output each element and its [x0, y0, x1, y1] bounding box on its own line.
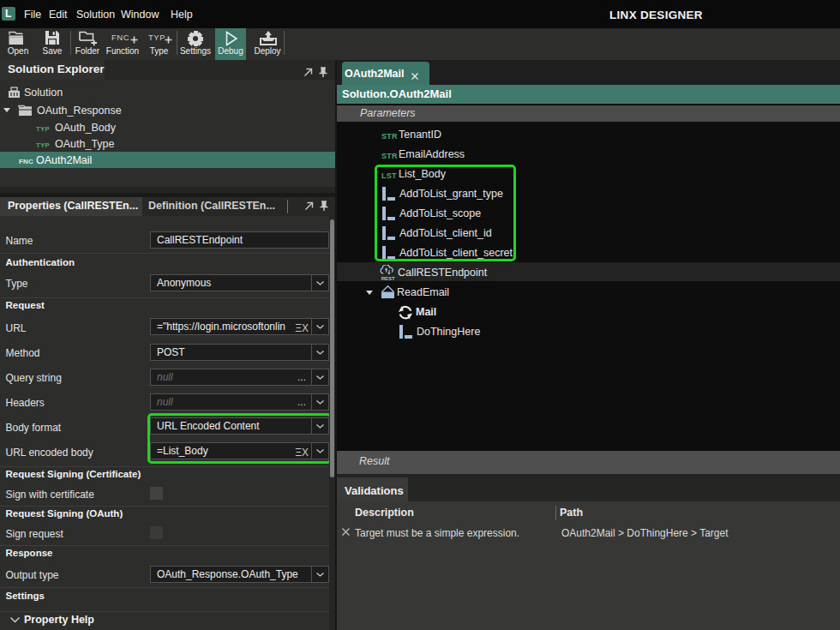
- svg-text:REST: REST: [381, 275, 395, 281]
